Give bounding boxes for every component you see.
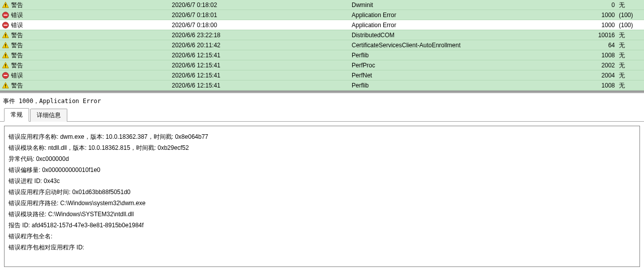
event-source: CertificateServicesClient-AutoEnrollment	[352, 40, 596, 50]
event-row[interactable]: 警告2020/6/7 0:18:02Dwminit0无	[0, 0, 644, 10]
event-id: 0	[596, 0, 617, 10]
warning-icon	[0, 52, 10, 59]
event-datetime: 2020/6/6 12:15:41	[172, 50, 352, 60]
detail-line: 异常代码: 0xc000000d	[9, 153, 635, 164]
event-id: 2004	[596, 70, 617, 80]
event-task: (100)	[617, 10, 642, 20]
event-datetime: 2020/6/7 0:18:02	[172, 0, 352, 10]
event-level: 错误	[10, 20, 172, 30]
event-list[interactable]: 警告2020/6/7 0:18:02Dwminit0无错误2020/6/7 0:…	[0, 0, 644, 92]
detail-line: 错误进程 ID: 0x43c	[9, 175, 635, 187]
event-viewer: 警告2020/6/7 0:18:02Dwminit0无错误2020/6/7 0:…	[0, 0, 644, 269]
event-level: 错误	[10, 70, 172, 80]
svg-rect-9	[5, 36, 6, 37]
error-icon	[0, 12, 10, 19]
detail-tabs: 常规 详细信息	[0, 110, 644, 122]
detail-body[interactable]: 错误应用程序名称: dwm.exe，版本: 10.0.18362.387，时间戳…	[4, 126, 640, 267]
event-source: Perflib	[352, 50, 596, 60]
svg-rect-1	[5, 4, 6, 6]
event-row[interactable]: 警告2020/6/6 23:22:18DistributedCOM10016无	[0, 30, 644, 40]
event-id: 1000	[596, 10, 617, 20]
svg-rect-18	[5, 66, 6, 67]
event-id: 1008	[596, 50, 617, 60]
event-row[interactable]: 警告2020/6/6 12:15:41PerfProc2002无	[0, 60, 644, 70]
svg-rect-23	[5, 86, 6, 87]
error-icon	[0, 72, 10, 79]
event-task: (100)	[617, 20, 642, 30]
svg-rect-12	[5, 46, 6, 47]
svg-rect-22	[5, 84, 6, 86]
detail-line: 错误模块路径: C:\Windows\SYSTEM32\ntdll.dll	[9, 209, 635, 220]
svg-rect-11	[5, 44, 6, 46]
event-row[interactable]: 警告2020/6/6 12:15:41Perflib1008无	[0, 50, 644, 60]
event-row[interactable]: 警告2020/6/6 12:15:41Perflib1008无	[0, 80, 644, 91]
warning-icon	[0, 42, 10, 49]
svg-rect-2	[5, 6, 6, 7]
event-datetime: 2020/6/7 0:18:00	[172, 20, 352, 30]
event-datetime: 2020/6/6 12:15:41	[172, 70, 352, 80]
svg-rect-4	[4, 15, 8, 16]
error-icon	[0, 22, 10, 29]
event-id: 1008	[596, 80, 617, 91]
event-level: 警告	[10, 0, 172, 10]
event-task: 无	[617, 0, 642, 10]
warning-icon	[0, 32, 10, 39]
event-task: 无	[617, 30, 642, 40]
detail-body-wrap: 错误应用程序名称: dwm.exe，版本: 10.0.18362.387，时间戳…	[0, 122, 644, 269]
event-id: 2002	[596, 60, 617, 70]
event-task: 无	[617, 40, 642, 50]
detail-line: 错误模块名称: ntdll.dll，版本: 10.0.18362.815，时间戳…	[9, 142, 635, 153]
event-source: Dwminit	[352, 0, 596, 10]
event-source: Application Error	[352, 10, 596, 20]
event-level: 警告	[10, 40, 172, 50]
event-task: 无	[617, 80, 642, 91]
event-datetime: 2020/6/6 20:11:42	[172, 40, 352, 50]
event-level: 错误	[10, 10, 172, 20]
tab-general[interactable]: 常规	[4, 108, 29, 122]
event-level: 警告	[10, 30, 172, 40]
event-task: 无	[617, 60, 642, 70]
detail-line: 错误程序包相对应用程序 ID:	[9, 242, 635, 253]
event-task: 无	[617, 70, 642, 80]
detail-line: 错误偏移量: 0x000000000010f1e0	[9, 164, 635, 175]
detail-line: 错误程序包全名:	[9, 231, 635, 242]
event-task: 无	[617, 50, 642, 60]
event-level: 警告	[10, 60, 172, 70]
svg-rect-14	[5, 54, 6, 56]
event-id: 1000	[596, 20, 617, 30]
tab-details[interactable]: 详细信息	[30, 109, 67, 122]
event-source: PerfNet	[352, 70, 596, 80]
event-row[interactable]: 警告2020/6/6 20:11:42CertificateServicesCl…	[0, 40, 644, 50]
warning-icon	[0, 82, 10, 89]
event-id: 64	[596, 40, 617, 50]
event-row[interactable]: 错误2020/6/7 0:18:00Application Error1000(…	[0, 20, 644, 30]
event-datetime: 2020/6/6 12:15:41	[172, 60, 352, 70]
event-source: PerfProc	[352, 60, 596, 70]
warning-icon	[0, 2, 10, 9]
detail-line: 错误应用程序名称: dwm.exe，版本: 10.0.18362.387，时间戳…	[9, 131, 635, 142]
event-row[interactable]: 错误2020/6/6 12:15:41PerfNet2004无	[0, 70, 644, 80]
svg-rect-20	[4, 75, 8, 76]
event-datetime: 2020/6/7 0:18:01	[172, 10, 352, 20]
detail-line: 报告 ID: afd45182-157d-47e3-8e81-8915b0e19…	[9, 220, 635, 231]
detail-line: 错误应用程序路径: C:\Windows\system32\dwm.exe	[9, 198, 635, 209]
event-source: DistributedCOM	[352, 30, 596, 40]
event-datetime: 2020/6/6 23:22:18	[172, 30, 352, 40]
warning-icon	[0, 62, 10, 69]
svg-rect-15	[5, 56, 6, 57]
event-id: 10016	[596, 30, 617, 40]
event-row[interactable]: 错误2020/6/7 0:18:01Application Error1000(…	[0, 10, 644, 20]
event-detail-title: 事件 1000，Application Error	[0, 94, 644, 110]
event-source: Perflib	[352, 80, 596, 91]
svg-rect-8	[5, 34, 6, 36]
event-source: Application Error	[352, 20, 596, 30]
detail-line: 错误应用程序启动时间: 0x01d63bb88f5051d0	[9, 187, 635, 198]
svg-rect-6	[4, 25, 8, 26]
event-level: 警告	[10, 50, 172, 60]
svg-rect-17	[5, 64, 6, 66]
event-level: 警告	[10, 80, 172, 91]
event-datetime: 2020/6/6 12:15:41	[172, 80, 352, 91]
